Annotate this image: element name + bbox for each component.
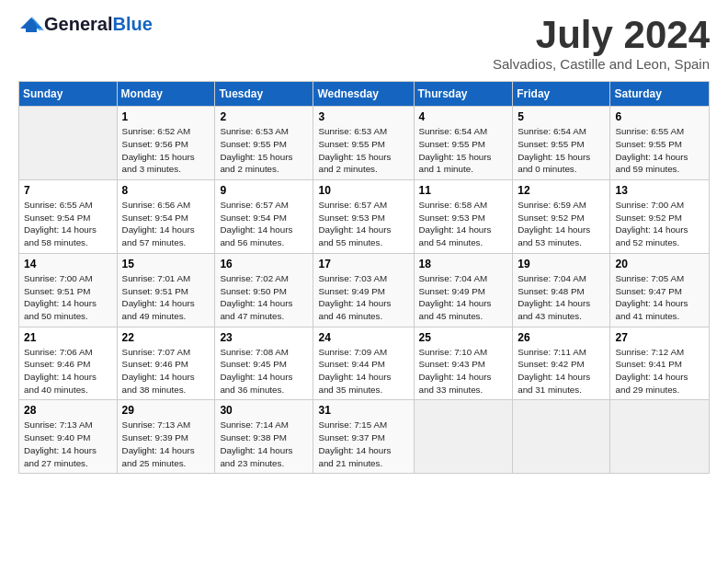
cell-info: Sunrise: 7:00 AM Sunset: 9:51 PM Dayligh… <box>24 272 112 323</box>
date-number: 4 <box>419 110 508 123</box>
header-row: SundayMondayTuesdayWednesdayThursdayFrid… <box>19 82 710 107</box>
day-header: Saturday <box>610 82 710 107</box>
logo-blue: Blue <box>112 14 152 35</box>
cell-info: Sunrise: 7:11 AM Sunset: 9:42 PM Dayligh… <box>518 346 605 396</box>
header: General Blue July 2024 Salvadios, Castil… <box>18 14 710 72</box>
calendar-cell: 20Sunrise: 7:05 AM Sunset: 9:47 PM Dayli… <box>610 253 710 327</box>
location: Salvadios, Castille and Leon, Spain <box>493 56 710 72</box>
cell-info: Sunrise: 6:58 AM Sunset: 9:53 PM Dayligh… <box>419 199 508 249</box>
calendar-cell: 11Sunrise: 6:58 AM Sunset: 9:53 PM Dayli… <box>414 180 513 254</box>
cell-info: Sunrise: 6:54 AM Sunset: 9:55 PM Dayligh… <box>419 125 508 176</box>
date-number: 19 <box>518 258 605 270</box>
cell-info: Sunrise: 7:00 AM Sunset: 9:52 PM Dayligh… <box>615 199 704 249</box>
date-number: 26 <box>518 331 605 344</box>
cell-info: Sunrise: 7:12 AM Sunset: 9:41 PM Dayligh… <box>615 346 704 396</box>
cell-info: Sunrise: 7:01 AM Sunset: 9:51 PM Dayligh… <box>122 272 210 323</box>
cell-info: Sunrise: 7:08 AM Sunset: 9:45 PM Dayligh… <box>220 346 308 396</box>
calendar-cell: 16Sunrise: 7:02 AM Sunset: 9:50 PM Dayli… <box>215 253 313 327</box>
date-number: 12 <box>518 184 605 197</box>
cell-info: Sunrise: 7:09 AM Sunset: 9:44 PM Dayligh… <box>318 346 408 396</box>
date-number: 6 <box>615 110 704 123</box>
week-row: 1Sunrise: 6:52 AM Sunset: 9:56 PM Daylig… <box>19 107 710 180</box>
calendar-cell: 18Sunrise: 7:04 AM Sunset: 9:49 PM Dayli… <box>414 253 513 327</box>
cell-info: Sunrise: 7:13 AM Sunset: 9:39 PM Dayligh… <box>122 419 210 469</box>
logo: General Blue <box>18 14 153 35</box>
cell-info: Sunrise: 6:57 AM Sunset: 9:54 PM Dayligh… <box>220 199 308 249</box>
page: General Blue July 2024 Salvadios, Castil… <box>0 0 728 488</box>
calendar-table: SundayMondayTuesdayWednesdayThursdayFrid… <box>18 81 710 474</box>
day-header: Thursday <box>414 82 513 107</box>
day-header: Monday <box>117 82 215 107</box>
date-number: 28 <box>24 404 112 417</box>
calendar-cell: 12Sunrise: 6:59 AM Sunset: 9:52 PM Dayli… <box>513 180 610 254</box>
date-number: 24 <box>318 331 408 344</box>
cell-info: Sunrise: 7:04 AM Sunset: 9:49 PM Dayligh… <box>419 272 508 323</box>
calendar-cell: 17Sunrise: 7:03 AM Sunset: 9:49 PM Dayli… <box>313 253 414 327</box>
date-number: 15 <box>122 258 210 270</box>
cell-info: Sunrise: 6:54 AM Sunset: 9:55 PM Dayligh… <box>518 125 605 176</box>
date-number: 7 <box>24 184 112 197</box>
calendar-cell: 13Sunrise: 7:00 AM Sunset: 9:52 PM Dayli… <box>610 180 710 254</box>
week-row: 14Sunrise: 7:00 AM Sunset: 9:51 PM Dayli… <box>19 253 710 327</box>
cell-info: Sunrise: 7:06 AM Sunset: 9:46 PM Dayligh… <box>24 346 112 396</box>
cell-info: Sunrise: 6:57 AM Sunset: 9:53 PM Dayligh… <box>318 199 408 249</box>
date-number: 31 <box>318 404 408 417</box>
cell-info: Sunrise: 6:52 AM Sunset: 9:56 PM Dayligh… <box>122 125 210 176</box>
calendar-cell: 22Sunrise: 7:07 AM Sunset: 9:46 PM Dayli… <box>117 327 215 400</box>
date-number: 23 <box>220 331 308 344</box>
calendar-cell: 31Sunrise: 7:15 AM Sunset: 9:37 PM Dayli… <box>313 400 414 474</box>
calendar-cell: 27Sunrise: 7:12 AM Sunset: 9:41 PM Dayli… <box>610 327 710 400</box>
title-block: July 2024 Salvadios, Castille and Leon, … <box>493 14 710 72</box>
calendar-cell: 21Sunrise: 7:06 AM Sunset: 9:46 PM Dayli… <box>19 327 118 400</box>
calendar-cell: 23Sunrise: 7:08 AM Sunset: 9:45 PM Dayli… <box>215 327 313 400</box>
cell-info: Sunrise: 6:55 AM Sunset: 9:54 PM Dayligh… <box>24 199 112 249</box>
cell-info: Sunrise: 7:04 AM Sunset: 9:48 PM Dayligh… <box>518 272 605 323</box>
calendar-cell <box>19 107 118 180</box>
date-number: 20 <box>615 258 704 270</box>
day-header: Tuesday <box>215 82 313 107</box>
calendar-cell: 3Sunrise: 6:53 AM Sunset: 9:55 PM Daylig… <box>313 107 414 180</box>
week-row: 7Sunrise: 6:55 AM Sunset: 9:54 PM Daylig… <box>19 180 710 254</box>
logo-icon <box>18 16 44 34</box>
date-number: 17 <box>318 258 408 270</box>
day-header: Sunday <box>19 82 118 107</box>
week-row: 28Sunrise: 7:13 AM Sunset: 9:40 PM Dayli… <box>19 400 710 474</box>
day-header: Friday <box>513 82 610 107</box>
date-number: 18 <box>419 258 508 270</box>
date-number: 29 <box>122 404 210 417</box>
cell-info: Sunrise: 6:55 AM Sunset: 9:55 PM Dayligh… <box>615 125 704 176</box>
date-number: 30 <box>220 404 308 417</box>
cell-info: Sunrise: 7:15 AM Sunset: 9:37 PM Dayligh… <box>318 419 408 469</box>
date-number: 10 <box>318 184 408 197</box>
calendar-cell: 9Sunrise: 6:57 AM Sunset: 9:54 PM Daylig… <box>215 180 313 254</box>
week-row: 21Sunrise: 7:06 AM Sunset: 9:46 PM Dayli… <box>19 327 710 400</box>
calendar-cell: 6Sunrise: 6:55 AM Sunset: 9:55 PM Daylig… <box>610 107 710 180</box>
calendar-cell: 26Sunrise: 7:11 AM Sunset: 9:42 PM Dayli… <box>513 327 610 400</box>
cell-info: Sunrise: 7:14 AM Sunset: 9:38 PM Dayligh… <box>220 419 308 469</box>
calendar-cell <box>610 400 710 474</box>
calendar-cell: 10Sunrise: 6:57 AM Sunset: 9:53 PM Dayli… <box>313 180 414 254</box>
logo-general: General <box>44 14 112 35</box>
calendar-cell: 14Sunrise: 7:00 AM Sunset: 9:51 PM Dayli… <box>19 253 118 327</box>
cell-info: Sunrise: 6:59 AM Sunset: 9:52 PM Dayligh… <box>518 199 605 249</box>
date-number: 13 <box>615 184 704 197</box>
date-number: 16 <box>220 258 308 270</box>
date-number: 3 <box>318 110 408 123</box>
date-number: 1 <box>122 110 210 123</box>
date-number: 5 <box>518 110 605 123</box>
cell-info: Sunrise: 6:56 AM Sunset: 9:54 PM Dayligh… <box>122 199 210 249</box>
month-title: July 2024 <box>493 14 710 56</box>
calendar-cell: 29Sunrise: 7:13 AM Sunset: 9:39 PM Dayli… <box>117 400 215 474</box>
date-number: 25 <box>419 331 508 344</box>
date-number: 21 <box>24 331 112 344</box>
calendar-cell: 4Sunrise: 6:54 AM Sunset: 9:55 PM Daylig… <box>414 107 513 180</box>
date-number: 2 <box>220 110 308 123</box>
date-number: 22 <box>122 331 210 344</box>
day-header: Wednesday <box>313 82 414 107</box>
calendar-cell: 1Sunrise: 6:52 AM Sunset: 9:56 PM Daylig… <box>117 107 215 180</box>
date-number: 11 <box>419 184 508 197</box>
cell-info: Sunrise: 7:10 AM Sunset: 9:43 PM Dayligh… <box>419 346 508 396</box>
calendar-cell: 25Sunrise: 7:10 AM Sunset: 9:43 PM Dayli… <box>414 327 513 400</box>
calendar-cell: 28Sunrise: 7:13 AM Sunset: 9:40 PM Dayli… <box>19 400 118 474</box>
calendar-cell: 24Sunrise: 7:09 AM Sunset: 9:44 PM Dayli… <box>313 327 414 400</box>
